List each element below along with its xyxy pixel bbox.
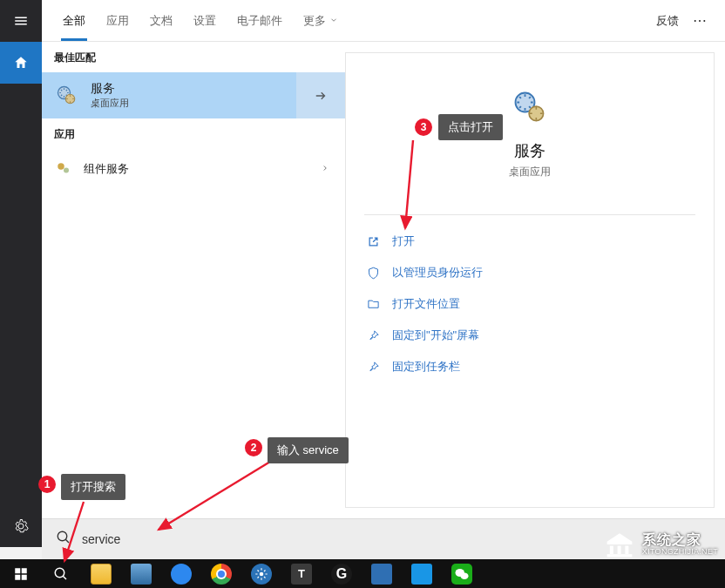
hamburger-menu[interactable] <box>0 0 42 42</box>
chevron-down-icon <box>329 14 338 27</box>
home-button[interactable] <box>0 42 42 84</box>
divider <box>364 214 695 215</box>
best-match-item[interactable]: 服务 桌面应用 <box>42 72 345 118</box>
shield-icon <box>367 267 380 280</box>
search-icon <box>56 530 71 549</box>
settings-button[interactable] <box>0 505 42 547</box>
tab-more[interactable]: 更多 <box>293 0 349 41</box>
app-taskbar-icon[interactable]: T <box>284 561 319 587</box>
app-taskbar-icon[interactable] <box>164 561 199 587</box>
tab-label: 文档 <box>150 13 173 29</box>
svg-rect-14 <box>610 546 613 555</box>
pin-icon <box>367 361 380 374</box>
windows-taskbar: T G <box>0 559 725 588</box>
svg-point-3 <box>64 168 69 173</box>
svg-rect-15 <box>617 546 620 555</box>
start-button[interactable] <box>3 561 38 587</box>
svg-point-10 <box>461 572 469 579</box>
tab-label: 设置 <box>193 13 216 29</box>
ellipsis-menu[interactable]: ⋯ <box>693 12 708 29</box>
chevron-right-icon <box>321 163 329 175</box>
action-label: 打开 <box>392 233 415 249</box>
action-open-location[interactable]: 打开文件位置 <box>362 288 698 320</box>
watermark: 系统之家 XITONGZHIJIA.NET <box>602 531 718 558</box>
tab-apps[interactable]: 应用 <box>96 0 139 41</box>
svg-point-7 <box>55 568 64 578</box>
best-match-header: 最佳匹配 <box>42 42 345 72</box>
annotation-label-2: 输入 service <box>268 437 349 463</box>
action-label: 以管理员身份运行 <box>392 265 483 280</box>
preview-subtitle: 桌面应用 <box>509 165 551 179</box>
chrome-taskbar-icon[interactable] <box>204 561 239 587</box>
app-result-label: 组件服务 <box>84 161 129 177</box>
tab-email[interactable]: 电子邮件 <box>227 0 293 41</box>
preview-services-icon <box>511 88 549 126</box>
best-match-title: 服务 <box>91 81 129 97</box>
apps-header: 应用 <box>42 118 345 149</box>
tab-all[interactable]: 全部 <box>52 0 96 41</box>
action-run-as-admin[interactable]: 以管理员身份运行 <box>362 257 698 288</box>
action-pin-taskbar[interactable]: 固定到任务栏 <box>362 351 698 382</box>
preview-actions: 打开 以管理员身份运行 打开文件位置 固定到"开始"屏幕 固定到任务栏 <box>346 226 714 382</box>
tab-docs[interactable]: 文档 <box>139 0 183 41</box>
action-label: 固定到"开始"屏幕 <box>392 328 479 343</box>
result-preview-panel: 服务 桌面应用 打开 以管理员身份运行 打开文件位置 固定到"开始"屏幕 固 <box>345 52 715 508</box>
svg-point-8 <box>260 571 264 576</box>
app-taskbar-icon[interactable] <box>404 561 439 587</box>
preview-title: 服务 <box>514 140 545 161</box>
folder-icon <box>367 298 380 311</box>
action-label: 打开文件位置 <box>392 296 460 312</box>
search-results-panel: 最佳匹配 服务 桌面应用 应用 <box>42 42 725 518</box>
svg-point-2 <box>58 163 64 170</box>
action-open[interactable]: 打开 <box>362 226 698 257</box>
svg-rect-16 <box>625 546 628 555</box>
search-taskbar-button[interactable] <box>44 561 78 587</box>
wechat-taskbar-icon[interactable] <box>444 561 479 587</box>
watermark-url: XITONGZHIJIA.NET <box>642 548 718 556</box>
annotation-label-3: 点击打开 <box>438 114 503 140</box>
search-category-tabs: 全部 应用 文档 设置 电子邮件 更多 反馈 ⋯ <box>42 0 725 42</box>
app-taskbar-icon[interactable] <box>124 561 159 587</box>
action-pin-start[interactable]: 固定到"开始"屏幕 <box>362 320 698 351</box>
feedback-label: 反馈 <box>656 14 679 27</box>
tab-label: 全部 <box>63 13 85 29</box>
app-taskbar-icon[interactable]: G <box>324 561 359 587</box>
pin-icon <box>367 329 380 342</box>
feedback-link[interactable]: 反馈 <box>656 13 679 29</box>
app-result-item[interactable]: 组件服务 <box>42 149 345 189</box>
tab-settings[interactable]: 设置 <box>183 0 227 41</box>
best-match-subtitle: 桌面应用 <box>91 97 129 110</box>
watermark-logo-icon <box>602 531 637 558</box>
tab-label: 应用 <box>106 13 129 29</box>
annotation-badge-3: 3 <box>415 118 432 136</box>
tab-label: 更多 <box>303 13 326 29</box>
explorer-taskbar-icon[interactable] <box>84 561 119 587</box>
services-icon <box>54 83 80 109</box>
component-services-icon <box>54 159 73 179</box>
tab-label: 电子邮件 <box>237 13 282 29</box>
svg-rect-17 <box>606 554 632 557</box>
annotation-label-1: 打开搜索 <box>61 474 125 500</box>
annotation-badge-2: 2 <box>245 439 262 456</box>
start-sidebar <box>0 0 42 547</box>
svg-point-6 <box>58 531 67 541</box>
expand-arrow[interactable] <box>296 72 345 118</box>
action-label: 固定到任务栏 <box>392 359 460 375</box>
app-taskbar-icon[interactable] <box>364 561 399 587</box>
settings-taskbar-icon[interactable] <box>244 561 279 587</box>
watermark-title: 系统之家 <box>642 533 718 548</box>
open-icon <box>367 235 380 248</box>
annotation-badge-1: 1 <box>38 476 56 493</box>
